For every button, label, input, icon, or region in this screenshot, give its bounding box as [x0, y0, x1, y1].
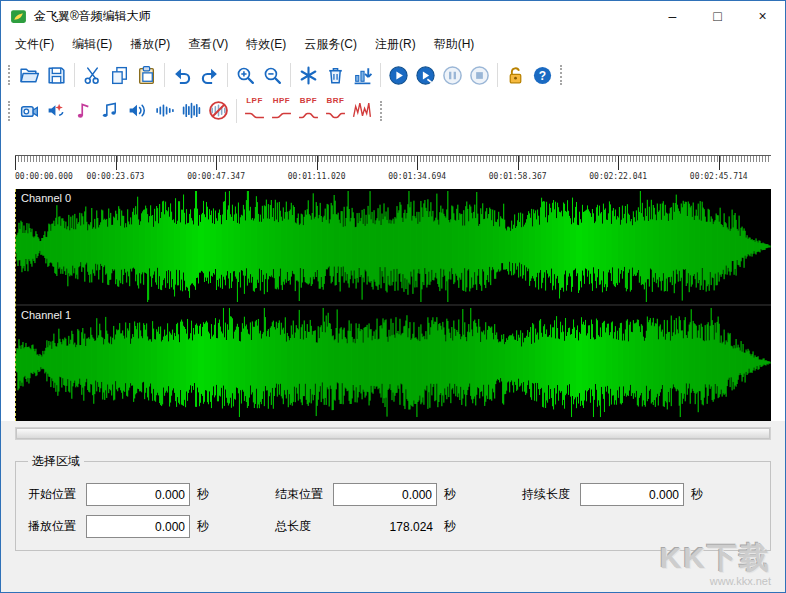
- menu-bar: 文件(F)编辑(E)播放(P)查看(V)特效(E)云服务(C)注册(R)帮助(H…: [1, 31, 785, 58]
- ruler-time-label: 00:02:45.714: [690, 172, 748, 181]
- wave-mute-button[interactable]: [205, 96, 232, 125]
- timeline-ruler[interactable]: 00:00:00.00000:00:23.67300:00:47.34700:0…: [15, 155, 771, 189]
- selection-row-2: 播放位置 秒 总长度 178.024 秒: [28, 515, 758, 538]
- pause-icon: [442, 65, 463, 86]
- ruler-time-label: 00:00:23.673: [87, 172, 145, 181]
- sound-effects-icon: [46, 100, 67, 121]
- play-icon: [388, 65, 409, 86]
- mix-button[interactable]: [295, 61, 322, 90]
- app-window: 金飞翼®音频编辑大师 – □ × 文件(F)编辑(E)播放(P)查看(V)特效(…: [0, 0, 786, 593]
- menu-item-view[interactable]: 查看(V): [179, 31, 237, 58]
- menu-item-cloud[interactable]: 云服务(C): [295, 31, 366, 58]
- toolbar-grip[interactable]: [560, 65, 562, 85]
- menu-item-register[interactable]: 注册(R): [366, 31, 425, 58]
- filter-bpf-button[interactable]: BPF: [295, 96, 322, 125]
- music-note-icon: [73, 100, 94, 121]
- open-folder-button[interactable]: [16, 61, 43, 90]
- zoom-out-button[interactable]: [259, 61, 286, 90]
- minimize-button[interactable]: –: [650, 1, 695, 31]
- filter-hpf-button[interactable]: HPF: [268, 96, 295, 125]
- play-edit-button[interactable]: [412, 61, 439, 90]
- speaker-icon: [127, 100, 148, 121]
- window-controls: – □ ×: [650, 1, 785, 31]
- waveform-channel-0[interactable]: Channel 0: [15, 189, 771, 304]
- end-position-label: 结束位置: [275, 486, 333, 503]
- total-length-label: 总长度: [275, 518, 333, 535]
- watermark-title: KK下载: [660, 542, 771, 574]
- speaker-button[interactable]: [124, 96, 151, 125]
- waveform-area[interactable]: Channel 0Channel 1: [15, 189, 771, 421]
- zoom-in-icon: [235, 65, 256, 86]
- playhead-cursor[interactable]: [15, 189, 16, 421]
- watermark-url: www.kkx.net: [660, 575, 771, 587]
- ruler-major-tick: [518, 156, 519, 170]
- filter-brf-button[interactable]: BRF: [322, 96, 349, 125]
- toolbar-main: ?: [1, 58, 785, 92]
- help-icon: ?: [532, 65, 553, 86]
- duration-input[interactable]: [580, 483, 684, 506]
- toolbar-separator: [227, 63, 228, 87]
- total-length-field: 总长度 178.024 秒: [275, 518, 511, 535]
- toolbar-grip[interactable]: [380, 101, 382, 121]
- total-unit-label: 秒: [444, 518, 456, 535]
- scrollbar-thumb[interactable]: [16, 428, 770, 439]
- start-position-input[interactable]: [86, 483, 190, 506]
- ruler-major-tick: [417, 156, 418, 170]
- unlock-button[interactable]: [502, 61, 529, 90]
- close-button[interactable]: ×: [740, 1, 785, 31]
- ruler-major-tick: [719, 156, 720, 170]
- filter-hpf-icon: HPF: [270, 96, 294, 126]
- undo-icon: [172, 65, 193, 86]
- selection-groupbox: 选择区域 开始位置 秒 结束位置 秒 持续长度 秒: [15, 453, 771, 551]
- music-note-button[interactable]: [70, 96, 97, 125]
- menu-item-edit[interactable]: 编辑(E): [63, 31, 121, 58]
- spectrum-button[interactable]: [349, 96, 376, 125]
- filter-lpf-button[interactable]: LPF: [241, 96, 268, 125]
- delete-button[interactable]: [322, 61, 349, 90]
- stop-icon: [469, 65, 490, 86]
- watermark: KK下载 www.kkx.net: [660, 542, 771, 587]
- filter-bpf-icon: BPF: [297, 96, 321, 126]
- record-button[interactable]: [16, 96, 43, 125]
- wave-small-icon: [154, 100, 175, 121]
- menu-item-effects[interactable]: 特效(E): [237, 31, 295, 58]
- waveform-channel-1[interactable]: Channel 1: [15, 304, 771, 419]
- undo-button[interactable]: [169, 61, 196, 90]
- copy-button[interactable]: [106, 61, 133, 90]
- toolbar-grip[interactable]: [8, 101, 10, 121]
- paste-icon: [136, 65, 157, 86]
- channel-label: Channel 0: [21, 192, 71, 204]
- ruler-time-label: 00:00:00.000: [15, 172, 73, 181]
- duration-unit-label: 秒: [691, 486, 703, 503]
- toolbar-grip[interactable]: [8, 65, 10, 85]
- play-position-input[interactable]: [86, 515, 190, 538]
- wave-large-button[interactable]: [178, 96, 205, 125]
- play-button[interactable]: [385, 61, 412, 90]
- paste-button[interactable]: [133, 61, 160, 90]
- title-bar[interactable]: 金飞翼®音频编辑大师 – □ ×: [1, 1, 785, 31]
- export-button[interactable]: [349, 61, 376, 90]
- redo-icon: [199, 65, 220, 86]
- wave-small-button[interactable]: [151, 96, 178, 125]
- start-position-field: 开始位置 秒: [28, 483, 264, 506]
- menu-item-help[interactable]: 帮助(H): [425, 31, 484, 58]
- menu-item-file[interactable]: 文件(F): [6, 31, 63, 58]
- end-position-input[interactable]: [333, 483, 437, 506]
- ruler-time-label: 00:01:11.020: [288, 172, 346, 181]
- zoom-in-button[interactable]: [232, 61, 259, 90]
- ruler-time-label: 00:00:47.347: [187, 172, 245, 181]
- menu-item-play[interactable]: 播放(P): [121, 31, 179, 58]
- cut-button[interactable]: [79, 61, 106, 90]
- sound-effects-button[interactable]: [43, 96, 70, 125]
- scroll-strip: [1, 421, 785, 445]
- music-notes-icon: [100, 100, 121, 121]
- maximize-button[interactable]: □: [695, 1, 740, 31]
- ruler-ticks: [15, 155, 771, 169]
- open-folder-icon: [19, 65, 40, 86]
- music-notes-button[interactable]: [97, 96, 124, 125]
- horizontal-scrollbar[interactable]: [15, 427, 771, 440]
- help-button[interactable]: ?: [529, 61, 556, 90]
- redo-button[interactable]: [196, 61, 223, 90]
- save-button[interactable]: [43, 61, 70, 90]
- unlock-icon: [505, 65, 526, 86]
